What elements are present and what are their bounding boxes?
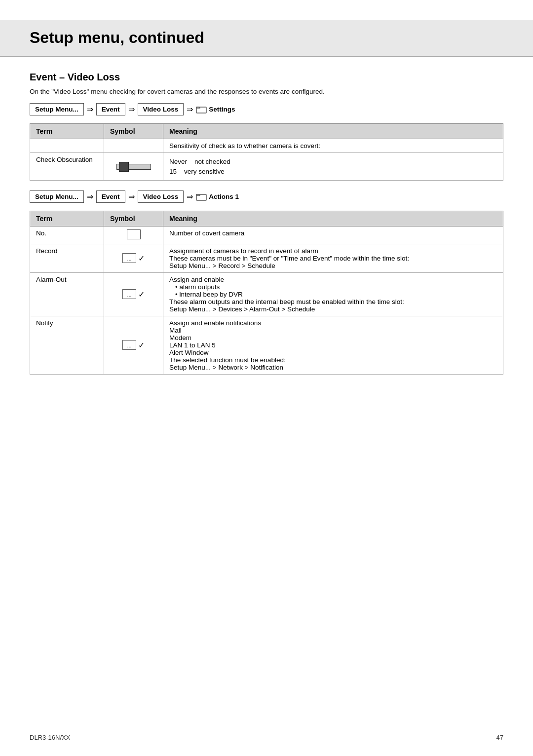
meaning-notify-line2: The selected function must be enabled: [169, 356, 497, 364]
breadcrumb-2: Setup Menu... ⇒ Event ⇒ Video Loss ⇒ Act… [30, 190, 503, 203]
th-term-2: Term [30, 211, 104, 226]
meaning-notify-lan: LAN 1 to LAN 5 [169, 341, 497, 349]
meaning-record: Assignment of cameras to record in event… [163, 244, 503, 272]
meaning-alarm-line1: Assign and enable [169, 276, 497, 283]
table-row: No. Number of covert camera [30, 226, 503, 244]
breadcrumb-setup-menu-2: Setup Menu... [30, 190, 84, 203]
meaning-record-line3: Setup Menu... > Record > Schedule [169, 262, 497, 269]
meaning-alarm-bullet2: internal beep by DVR [169, 291, 497, 298]
meaning-alarm-line3: Setup Menu... > Devices > Alarm-Out > Sc… [169, 305, 497, 313]
meaning-record-line1: Assignment of cameras to record in event… [169, 247, 497, 255]
term-no: No. [30, 226, 104, 244]
check-symbol-record: ✓ [138, 254, 145, 263]
arrow-icon-6: ⇒ [187, 192, 193, 201]
meaning-notify-alert: Alert Window [169, 349, 497, 356]
meaning-obscuration: Never not checked 15 very sensitive [163, 153, 503, 181]
breadcrumb-event-2: Event [96, 190, 125, 203]
table-row: Alarm-Out ... ✓ Assign and enable alarm … [30, 272, 503, 316]
arrow-icon-4: ⇒ [87, 192, 93, 201]
term-alarm-out: Alarm-Out [30, 272, 104, 316]
meaning-sub-obscuration: Never not checked 15 very sensitive [169, 157, 497, 177]
breadcrumb-setup-menu-1: Setup Menu... [30, 103, 84, 115]
breadcrumb-actions-1: Actions 1 [196, 192, 239, 201]
box-check-alarm-out: ... ✓ [122, 289, 145, 299]
symbol-record: ... ✓ [104, 244, 163, 272]
page-header: Setup menu, continued [0, 20, 533, 57]
check-symbol-alarm: ✓ [138, 290, 145, 299]
breadcrumb-settings: Settings [196, 105, 235, 113]
meaning-notify-mail: Mail [169, 327, 497, 334]
table-row: Record ... ✓ Assignment of cameras to re… [30, 244, 503, 272]
meaning-alarm-bullet1: alarm outputs [169, 283, 497, 291]
meaning-record-line2: These cameras must be in "Event" or "Tim… [169, 255, 497, 262]
meaning-notify: Assign and enable notifications Mail Mod… [163, 316, 503, 374]
meaning-alarm-out: Assign and enable alarm outputs internal… [163, 272, 503, 316]
meaning-notify-modem: Modem [169, 334, 497, 341]
symbol-notify: ... ✓ [104, 316, 163, 374]
breadcrumb-settings-label: Settings [209, 106, 235, 113]
meaning-row-never: Never not checked [169, 157, 497, 167]
meaning-row-15: 15 very sensitive [169, 167, 497, 177]
breadcrumb-actions-label: Actions 1 [209, 193, 239, 200]
table-actions: Term Symbol Meaning No. Number of covert… [30, 211, 503, 375]
table-settings: Term Symbol Meaning Sensitivity of check… [30, 123, 503, 181]
term-notify: Notify [30, 316, 104, 374]
meaning-cell: Sensitivity of check as to whether camer… [163, 139, 503, 153]
meaning-15: 15 very sensitive [169, 167, 225, 177]
arrow-icon-2: ⇒ [128, 105, 135, 114]
symbol-alarm-out: ... ✓ [104, 272, 163, 316]
box-check-notify: ... ✓ [122, 340, 145, 350]
arrow-icon-3: ⇒ [187, 105, 193, 114]
table-row: Notify ... ✓ Assign and enable notificat… [30, 316, 503, 374]
th-term-1: Term [30, 124, 104, 139]
folder-icon-1 [196, 105, 207, 113]
term-cell [30, 139, 104, 153]
symbol-cell [104, 139, 163, 153]
th-meaning-1: Meaning [163, 124, 503, 139]
arrow-icon-5: ⇒ [128, 192, 135, 201]
term-check-obscuration: Check Obscuration [30, 153, 104, 181]
table-row: Sensitivity of check as to whether camer… [30, 139, 503, 153]
symbol-slider-cell [104, 153, 163, 181]
th-meaning-2: Meaning [163, 211, 503, 226]
meaning-never: Never not checked [169, 157, 230, 167]
arrow-icon-1: ⇒ [87, 105, 93, 114]
breadcrumb-event-1: Event [96, 103, 125, 115]
breadcrumb-video-loss-2: Video Loss [138, 190, 184, 203]
meaning-alarm-line2: These alarm outputs and the internal bee… [169, 298, 497, 305]
ellipsis-box-record: ... [122, 253, 136, 263]
page-title: Setup menu, continued [30, 29, 503, 47]
th-symbol-2: Symbol [104, 211, 163, 226]
ellipsis-box-notify: ... [122, 340, 136, 350]
section-title: Event – Video Loss [30, 72, 503, 83]
meaning-notify-line1: Assign and enable notifications [169, 319, 497, 327]
box-check-record: ... ✓ [122, 253, 145, 263]
folder-icon-2 [196, 192, 207, 201]
box-symbol-no [127, 229, 141, 239]
table-row: Check Obscuration Never not checked 15 v… [30, 153, 503, 181]
symbol-no [104, 226, 163, 244]
term-record: Record [30, 244, 104, 272]
breadcrumb-video-loss-1: Video Loss [138, 103, 184, 115]
page-footer: DLR3-16N/XX 47 [30, 734, 503, 741]
footer-page-number: 47 [496, 734, 503, 741]
meaning-no: Number of covert camera [163, 226, 503, 244]
slider-symbol [116, 164, 151, 170]
ellipsis-box-alarm: ... [122, 289, 136, 299]
section-desc: On the "Video Loss" menu checking for co… [30, 88, 503, 95]
meaning-notify-line3: Setup Menu... > Network > Notification [169, 364, 497, 371]
breadcrumb-1: Setup Menu... ⇒ Event ⇒ Video Loss ⇒ Set… [30, 103, 503, 115]
footer-model: DLR3-16N/XX [30, 734, 70, 741]
th-symbol-1: Symbol [104, 124, 163, 139]
check-symbol-notify: ✓ [138, 340, 145, 350]
